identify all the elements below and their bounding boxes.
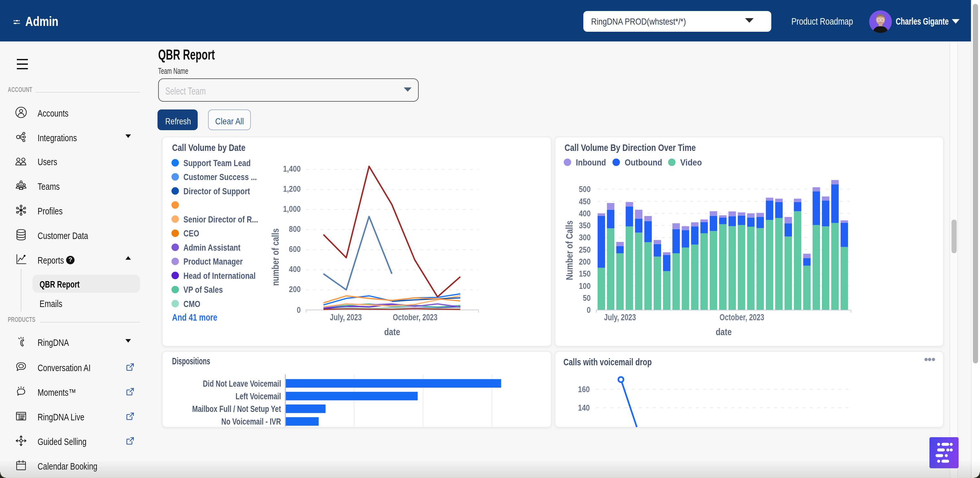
svg-text:50: 50 <box>583 293 590 302</box>
svg-text:July, 2023: July, 2023 <box>330 312 362 322</box>
svg-text:October, 2023: October, 2023 <box>393 312 438 322</box>
svg-text:Did Not Leave Voicemail: Did Not Leave Voicemail <box>203 379 281 389</box>
svg-text:date: date <box>716 326 732 337</box>
svg-text:500: 500 <box>579 184 590 194</box>
svg-text:600: 600 <box>289 244 301 254</box>
svg-text:100: 100 <box>579 281 590 291</box>
svg-text:150: 150 <box>579 268 590 278</box>
svg-text:Head of International: Head of International <box>183 270 256 281</box>
svg-text:300: 300 <box>579 232 590 242</box>
svg-text:Director of Support: Director of Support <box>183 186 250 196</box>
svg-text:CMO: CMO <box>183 299 200 309</box>
svg-text:350: 350 <box>579 220 590 230</box>
svg-text:Mailbox Full / Not Setup Yet: Mailbox Full / Not Setup Yet <box>192 404 281 414</box>
svg-text:Customer Success ...: Customer Success ... <box>183 172 257 182</box>
svg-text:Left Voicemail: Left Voicemail <box>235 391 281 401</box>
svg-text:Calls with voicemail drop: Calls with voicemail drop <box>563 357 652 367</box>
svg-text:And 41 more: And 41 more <box>172 311 218 322</box>
svg-text:Number of Calls: Number of Calls <box>564 220 574 280</box>
svg-text:1,200: 1,200 <box>283 184 301 193</box>
svg-text:200: 200 <box>289 284 301 294</box>
svg-text:Video: Video <box>680 157 702 167</box>
svg-text:1,400: 1,400 <box>283 164 301 173</box>
svg-text:No Voicemail - IVR: No Voicemail - IVR <box>221 416 281 427</box>
svg-text:0: 0 <box>297 305 301 314</box>
svg-text:CEO: CEO <box>183 228 199 238</box>
svg-text:VP of Sales: VP of Sales <box>183 284 223 294</box>
svg-text:Admin Assistant: Admin Assistant <box>183 242 240 252</box>
svg-text:450: 450 <box>579 196 590 206</box>
svg-text:July, 2023: July, 2023 <box>604 312 636 322</box>
svg-text:Call Volume By Direction Over: Call Volume By Direction Over Time <box>565 142 696 152</box>
svg-text:200: 200 <box>579 256 590 266</box>
svg-text:Inbound: Inbound <box>576 157 606 167</box>
svg-text:160: 160 <box>578 384 590 394</box>
svg-text:0: 0 <box>587 305 590 314</box>
svg-text:number of calls: number of calls <box>270 228 281 285</box>
svg-text:Support Team Lead: Support Team Lead <box>183 158 250 168</box>
svg-text:Dispositions: Dispositions <box>172 356 210 366</box>
svg-text:400: 400 <box>289 264 301 274</box>
svg-text:Call Volume by Date: Call Volume by Date <box>172 142 245 152</box>
svg-text:date: date <box>384 326 400 337</box>
svg-text:Outbound: Outbound <box>625 157 662 167</box>
svg-text:140: 140 <box>578 403 590 413</box>
svg-text:250: 250 <box>579 245 590 254</box>
svg-text:Product Manager: Product Manager <box>183 256 243 266</box>
svg-text:Senior Director of R...: Senior Director of R... <box>183 214 258 224</box>
svg-text:800: 800 <box>289 224 301 233</box>
svg-text:1,000: 1,000 <box>283 204 301 213</box>
svg-text:400: 400 <box>579 208 590 218</box>
svg-text:October, 2023: October, 2023 <box>719 312 764 322</box>
